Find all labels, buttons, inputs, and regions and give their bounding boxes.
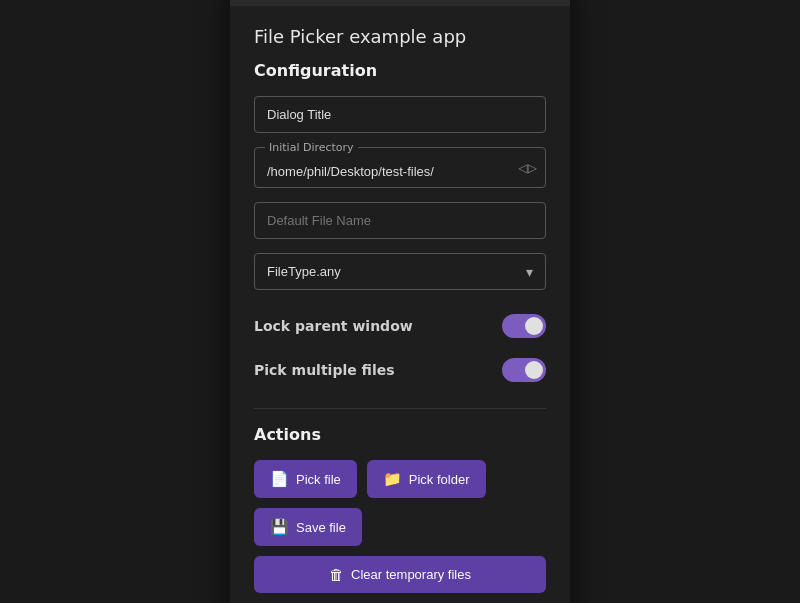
app-window: example — □ ✕ File Picker example app Co… bbox=[230, 0, 570, 603]
initial-directory-input[interactable] bbox=[255, 156, 545, 187]
dialog-title-group bbox=[254, 96, 546, 133]
pick-folder-button[interactable]: 📁 Pick folder bbox=[367, 460, 486, 498]
pick-multiple-toggle[interactable] bbox=[502, 358, 546, 382]
lock-parent-row: Lock parent window bbox=[254, 304, 546, 348]
actions-row-primary: 📄 Pick file 📁 Pick folder 💾 Save file bbox=[254, 460, 546, 546]
pick-file-button[interactable]: 📄 Pick file bbox=[254, 460, 357, 498]
initial-directory-label: Initial Directory bbox=[265, 141, 358, 154]
save-file-icon: 💾 bbox=[270, 518, 289, 536]
pick-multiple-label: Pick multiple files bbox=[254, 362, 395, 378]
default-filename-group bbox=[254, 202, 546, 239]
pick-file-icon: 📄 bbox=[270, 470, 289, 488]
pick-folder-icon: 📁 bbox=[383, 470, 402, 488]
save-file-label: Save file bbox=[296, 520, 346, 535]
clear-temp-label: Clear temporary files bbox=[351, 567, 471, 582]
section-divider bbox=[254, 408, 546, 409]
configuration-title: Configuration bbox=[254, 61, 546, 80]
initial-directory-group: Initial Directory ◁▷ bbox=[254, 147, 546, 188]
actions-title: Actions bbox=[254, 425, 546, 444]
filetype-select[interactable]: FileType.any FileType.image FileType.vid… bbox=[255, 254, 545, 289]
resize-handle-icon[interactable]: ◁▷ bbox=[519, 161, 537, 175]
clear-temp-button[interactable]: 🗑 Clear temporary files bbox=[254, 556, 546, 593]
lock-parent-toggle[interactable] bbox=[502, 314, 546, 338]
default-filename-input[interactable] bbox=[254, 202, 546, 239]
pick-folder-label: Pick folder bbox=[409, 472, 470, 487]
app-title: File Picker example app bbox=[254, 26, 546, 47]
pick-file-label: Pick file bbox=[296, 472, 341, 487]
actions-row-secondary: 🗑 Clear temporary files bbox=[254, 556, 546, 593]
pick-multiple-row: Pick multiple files bbox=[254, 348, 546, 392]
content-area: File Picker example app Configuration In… bbox=[230, 6, 570, 603]
save-file-button[interactable]: 💾 Save file bbox=[254, 508, 362, 546]
dialog-title-input[interactable] bbox=[254, 96, 546, 133]
clear-temp-icon: 🗑 bbox=[329, 566, 344, 583]
lock-parent-label: Lock parent window bbox=[254, 318, 413, 334]
filetype-group: FileType.any FileType.image FileType.vid… bbox=[254, 253, 546, 290]
